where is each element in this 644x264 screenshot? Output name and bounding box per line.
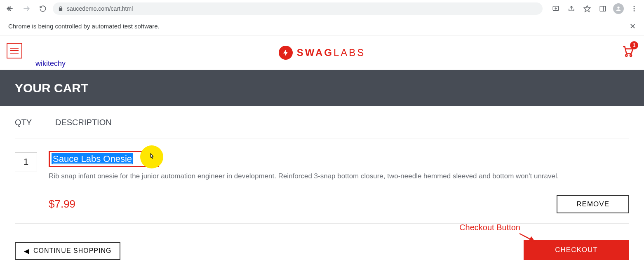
menu-icon [10,46,19,55]
forward-button[interactable] [20,2,33,15]
svg-point-13 [625,55,627,56]
cursor-highlight-annotation [140,145,163,168]
app-header: wikitechy SWAGLABS 1 [0,35,644,70]
automation-banner: Chrome is being controlled by automated … [0,17,644,35]
panel-icon [599,5,606,12]
star-icon [583,5,591,12]
automation-banner-text: Chrome is being controlled by automated … [8,23,160,30]
checkout-button[interactable]: CHECKOUT [524,240,629,260]
remove-button[interactable]: REMOVE [557,195,629,213]
arrow-right-icon [22,5,31,13]
install-button[interactable] [549,2,562,15]
reload-icon [39,5,47,12]
svg-point-14 [630,55,632,56]
continue-label: CONTINUE SHOPPING [33,247,111,255]
install-icon [552,5,559,12]
cart-item: 1 Sauce Labs Onesie Rib snap infant ones… [15,138,629,224]
svg-point-10 [634,6,635,7]
actions-row: ◀ CONTINUE SHOPPING Checkout Button CHEC… [0,224,644,260]
reload-button[interactable] [36,2,49,15]
svg-rect-7 [600,6,606,11]
browser-toolbar: saucedemo.com/cart.html [0,0,644,17]
profile-button[interactable] [612,2,625,15]
cart-badge: 1 [630,41,638,49]
item-details: Sauce Labs Onesie Rib snap infant onesie… [49,151,629,213]
item-price: $7.99 [49,198,75,210]
user-icon [615,5,622,12]
title-bar: YOUR CART [0,70,644,106]
triangle-left-icon: ◀ [24,247,29,255]
pointer-cursor-icon [147,152,156,161]
close-banner-button[interactable]: ✕ [630,22,636,31]
wikitechy-link[interactable]: wikitechy [35,59,66,68]
item-qty: 1 [15,152,37,171]
item-name-link[interactable]: Sauce Labs Onesie [52,153,133,164]
qty-header: QTY [15,118,35,127]
lock-icon [58,6,63,12]
annotation-arrow-icon [519,232,538,244]
share-icon [568,5,575,12]
page-title: YOUR CART [15,81,88,95]
svg-line-15 [519,234,535,242]
logo-icon [279,46,293,60]
back-button[interactable] [3,2,16,15]
share-button[interactable] [565,2,578,15]
app-logo: SWAGLABS [279,46,366,60]
svg-point-12 [634,10,635,11]
svg-point-11 [634,8,635,9]
toolbar-right [546,2,641,15]
description-header: DESCRIPTION [55,118,112,127]
cart-button[interactable]: 1 [621,44,634,59]
cart-body: QTY DESCRIPTION 1 Sauce Labs Onesie Rib … [0,106,644,224]
continue-shopping-button[interactable]: ◀ CONTINUE SHOPPING [15,242,120,260]
column-headers: QTY DESCRIPTION [15,118,629,138]
menu-button[interactable] [7,43,22,58]
bookmark-button[interactable] [581,2,594,15]
side-panel-button[interactable] [596,2,609,15]
profile-avatar [613,3,624,14]
kebab-menu-button[interactable] [628,2,641,15]
more-vertical-icon [630,5,638,12]
item-description: Rib snap infant onesie for the junior au… [49,171,629,181]
svg-point-9 [617,6,619,8]
item-name-highlight: Sauce Labs Onesie [49,151,159,167]
checkout-annotation-label: Checkout Button [459,223,520,232]
url-text: saucedemo.com/cart.html [67,5,133,12]
svg-marker-6 [584,5,590,12]
url-bar[interactable]: saucedemo.com/cart.html [53,2,543,15]
